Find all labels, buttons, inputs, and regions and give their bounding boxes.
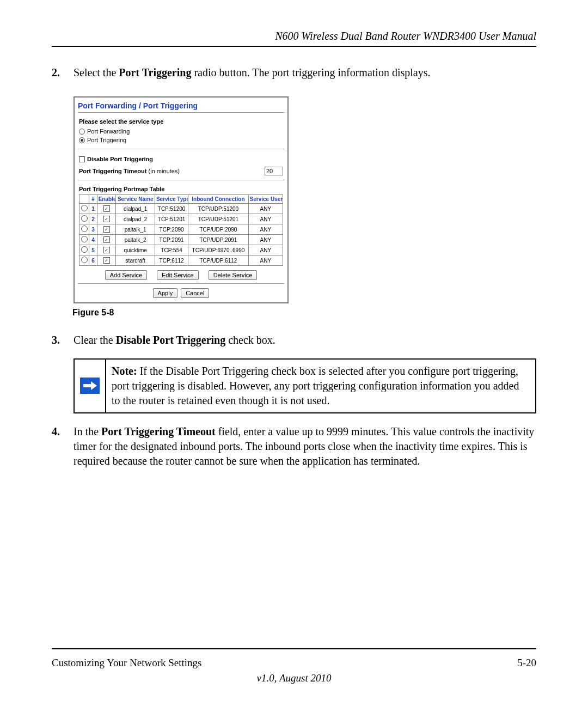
table-row[interactable]: 6✓starcraftTCP:6112TCP/UDP:6112ANY [79,255,283,266]
row-index: 5 [89,245,97,255]
note-text: If the Disable Port Triggering check box… [112,365,519,406]
table-row[interactable]: 5✓quicktimeTCP:554TCP/UDP:6970..6990ANY [79,245,283,255]
row-service-name: paltalk_1 [116,224,155,235]
step-3-number: 3. [52,333,74,348]
portmap-table: # Enable Service Name Service Type Inbou… [79,194,283,266]
note-text-cell: Note: If the Disable Port Triggering che… [106,359,536,413]
footer-version: v1.0, August 2010 [52,672,536,684]
checkbox-icon [79,156,85,162]
footer-page-number: 5-20 [517,657,536,669]
radio-checked-icon [79,137,85,143]
arrow-right-icon [80,378,100,394]
row-service-name: paltalk_2 [116,235,155,245]
step-4-bold: Port Triggering Timeout [101,425,216,437]
row-inbound: TCP/UDP:2090 [188,224,248,235]
page-header-title: N600 Wireless Dual Band Router WNDR3400 … [52,30,536,46]
disable-port-triggering-checkbox[interactable]: Disable Port Triggering [79,155,283,163]
row-radio-icon[interactable] [81,205,88,211]
th-service-type: Service Type [155,195,188,204]
timeout-label-bold: Port Triggering Timeout [79,168,146,174]
row-service-user: ANY [248,204,283,214]
row-service-user: ANY [248,255,283,266]
row-service-user: ANY [248,235,283,245]
row-service-name: dialpad_2 [116,214,155,224]
footer-rule [52,648,536,649]
row-service-type: TCP:2091 [155,235,188,245]
row-service-name: starcraft [116,255,155,266]
row-radio-icon[interactable] [81,246,88,253]
row-enable-checkbox[interactable]: ✓ [103,226,110,233]
row-index: 1 [89,204,97,214]
apply-button[interactable]: Apply [153,288,178,298]
radio-port-forwarding[interactable]: Port Forwarding [79,127,283,136]
row-enable-checkbox[interactable]: ✓ [103,257,110,264]
step-4-prefix: In the [74,425,101,437]
note-icon-cell [74,359,106,413]
row-service-user: ANY [248,245,283,255]
router-config-panel: Port Forwarding / Port Triggering Please… [74,96,289,303]
delete-service-button[interactable]: Delete Service [209,270,258,280]
step-2-suffix: radio button. The port triggering inform… [191,66,430,78]
step-2-bold: Port Triggering [119,66,191,78]
row-inbound: TCP/UDP:2091 [188,235,248,245]
step-2: 2. Select the Port Triggering radio butt… [52,65,536,80]
note-box: Note: If the Disable Port Triggering che… [74,358,536,413]
row-service-type: TCP:2090 [155,224,188,235]
row-enable-checkbox[interactable]: ✓ [103,216,110,222]
row-service-type: TCP:51201 [155,214,188,224]
edit-service-button[interactable]: Edit Service [157,270,199,280]
row-radio-icon[interactable] [81,215,88,222]
radio-icon [79,129,85,135]
row-radio-icon[interactable] [81,236,88,242]
step-2-prefix: Select the [74,66,119,78]
th-service-name: Service Name [116,195,155,204]
row-service-name: quicktime [116,245,155,255]
row-inbound: TCP/UDP:6112 [188,255,248,266]
table-row[interactable]: 1✓dialpad_1TCP:51200TCP/UDP:51200ANY [79,204,283,214]
cancel-button[interactable]: Cancel [181,288,209,298]
radio-port-triggering-label: Port Triggering [87,137,126,143]
service-type-label: Please select the service type [79,118,283,125]
table-header-row: # Enable Service Name Service Type Inbou… [79,195,283,204]
row-radio-icon[interactable] [81,257,88,263]
step-3-prefix: Clear the [74,334,116,346]
row-service-name: dialpad_1 [116,204,155,214]
row-service-user: ANY [248,214,283,224]
add-service-button[interactable]: Add Service [105,270,147,280]
note-bold: Note: [112,365,137,377]
row-enable-checkbox[interactable]: ✓ [103,236,110,243]
figure-caption: Figure 5-8 [72,308,536,318]
timeout-label-suffix: (in minutes) [146,168,180,174]
row-enable-checkbox[interactable]: ✓ [103,247,110,253]
radio-port-forwarding-label: Port Forwarding [87,128,130,135]
table-row[interactable]: 2✓dialpad_2TCP:51201TCP/UDP:51201ANY [79,214,283,224]
page-footer: Customizing Your Network Settings 5-20 v… [52,648,536,684]
row-index: 6 [89,255,97,266]
timeout-input[interactable] [265,167,283,175]
portmap-table-title: Port Triggering Portmap Table [79,186,283,192]
row-inbound: TCP/UDP:6970..6990 [188,245,248,255]
row-service-user: ANY [248,224,283,235]
th-inbound: Inbound Connection [188,195,248,204]
table-row[interactable]: 4✓paltalk_2TCP:2091TCP/UDP:2091ANY [79,235,283,245]
row-index: 4 [89,235,97,245]
step-3-bold: Disable Port Triggering [116,334,225,346]
footer-section: Customizing Your Network Settings [52,657,202,669]
row-inbound: TCP/UDP:51200 [188,204,248,214]
step-3-suffix: check box. [225,334,275,346]
row-radio-icon[interactable] [81,226,88,232]
header-rule [52,46,536,47]
radio-port-triggering[interactable]: Port Triggering [79,136,283,144]
th-enable: Enable [97,195,116,204]
row-index: 3 [89,224,97,235]
step-3: 3. Clear the Disable Port Triggering che… [52,333,536,348]
row-service-type: TCP:554 [155,245,188,255]
row-enable-checkbox[interactable]: ✓ [103,205,110,212]
table-row[interactable]: 3✓paltalk_1TCP:2090TCP/UDP:2090ANY [79,224,283,235]
panel-title: Port Forwarding / Port Triggering [78,100,284,113]
row-service-type: TCP:51200 [155,204,188,214]
row-service-type: TCP:6112 [155,255,188,266]
th-num: # [89,195,97,204]
row-inbound: TCP/UDP:51201 [188,214,248,224]
step-4: 4. In the Port Triggering Timeout field,… [52,424,536,468]
